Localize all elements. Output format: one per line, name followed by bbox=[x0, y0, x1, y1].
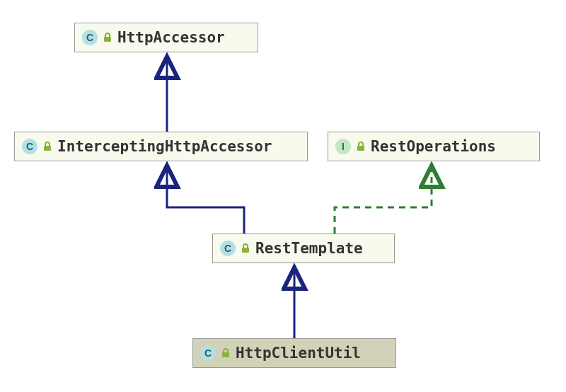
class-label: RestTemplate bbox=[255, 240, 363, 257]
class-label: InterceptingHttpAccessor bbox=[57, 138, 272, 155]
class-node-httpclientutil: C HttpClientUtil bbox=[192, 338, 396, 368]
interface-icon: I bbox=[335, 139, 351, 154]
connector-layer bbox=[0, 0, 566, 392]
class-node-httpaccessor: C HttpAccessor bbox=[74, 23, 258, 52]
lock-icon bbox=[103, 33, 112, 42]
lock-icon bbox=[357, 142, 365, 151]
edge-resttemplate-to-intercepting bbox=[167, 166, 244, 234]
svg-rect-0 bbox=[104, 37, 111, 42]
lock-icon bbox=[43, 142, 52, 151]
svg-rect-2 bbox=[357, 146, 364, 151]
svg-rect-4 bbox=[222, 352, 229, 357]
lock-icon bbox=[221, 348, 230, 358]
edge-resttemplate-to-restops bbox=[335, 166, 432, 234]
interface-node-restoperations: I RestOperations bbox=[328, 132, 540, 161]
class-node-interceptinghttpaccessor: C InterceptingHttpAccessor bbox=[14, 132, 308, 161]
class-label: HttpClientUtil bbox=[236, 345, 361, 362]
class-icon: C bbox=[220, 241, 236, 256]
class-icon: C bbox=[82, 30, 98, 45]
class-label: HttpAccessor bbox=[117, 29, 225, 46]
lock-icon bbox=[241, 243, 250, 253]
class-icon: C bbox=[22, 139, 37, 154]
svg-rect-1 bbox=[44, 146, 51, 151]
class-icon: C bbox=[200, 345, 216, 361]
interface-label: RestOperations bbox=[371, 138, 496, 155]
class-node-resttemplate: C RestTemplate bbox=[212, 234, 395, 263]
svg-rect-3 bbox=[242, 248, 249, 253]
